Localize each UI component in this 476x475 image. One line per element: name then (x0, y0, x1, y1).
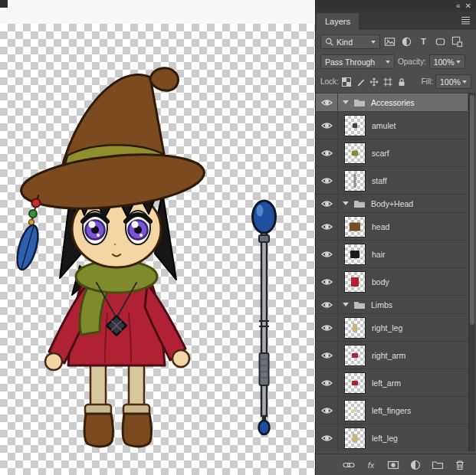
thumbnail-preview (353, 323, 357, 332)
layer-thumbnail[interactable] (345, 116, 365, 136)
expand-collapse-chevron-icon[interactable] (343, 100, 349, 104)
layer-row-head[interactable]: head (316, 213, 468, 241)
filter-pixel-layers-icon[interactable] (382, 34, 397, 49)
chevron-down-icon (386, 61, 390, 64)
fill-value-dropdown[interactable]: 100% (435, 74, 471, 89)
tab-label: Layers (325, 17, 350, 26)
layer-row-right_leg[interactable]: right_leg (316, 314, 468, 342)
layers-panel: « ✕ Layers Kind T (315, 0, 476, 475)
blend-row: Pass Through Opacity: 100% (316, 54, 476, 69)
layer-thumbnail[interactable] (345, 143, 365, 163)
layer-name: hair (372, 250, 386, 259)
layer-row-left_arm[interactable]: left_arm (316, 369, 468, 397)
visibility-toggle[interactable] (316, 195, 338, 212)
svg-text:fx: fx (368, 460, 375, 470)
thumbnail-preview (354, 174, 356, 188)
svg-text:T: T (421, 37, 426, 46)
opacity-label: Opacity: (398, 57, 426, 66)
delete-layer-trash-icon[interactable] (454, 459, 466, 471)
document-canvas[interactable] (0, 24, 315, 475)
layer-name: left_arm (372, 378, 401, 388)
layer-thumbnail[interactable] (345, 318, 365, 338)
scrollbar-thumb[interactable] (470, 95, 474, 325)
layer-thumbnail[interactable] (345, 346, 365, 365)
right-eye (126, 211, 150, 244)
layer-name: right_leg (372, 323, 402, 332)
visibility-toggle[interactable] (316, 112, 338, 139)
panel-menu-icon[interactable] (461, 16, 471, 25)
visibility-toggle[interactable] (316, 213, 338, 240)
visibility-toggle[interactable] (316, 314, 338, 341)
filter-smart-objects-icon[interactable] (449, 34, 465, 49)
visibility-toggle[interactable] (316, 139, 338, 166)
fill-label: Fill: (421, 77, 433, 86)
kind-filter-dropdown[interactable]: Kind (320, 34, 380, 49)
thumbnail-preview (350, 222, 360, 231)
visibility-toggle[interactable] (316, 342, 338, 369)
layer-name: Limbs (371, 300, 392, 310)
visibility-toggle[interactable] (316, 296, 338, 313)
close-panel-icon[interactable]: ✕ (465, 2, 471, 10)
group-row-Limbs[interactable]: Limbs (316, 296, 468, 314)
blend-mode-dropdown[interactable]: Pass Through (320, 54, 395, 69)
expand-collapse-chevron-icon[interactable] (343, 201, 349, 205)
link-layers-icon[interactable] (343, 459, 355, 471)
tab-layers[interactable]: Layers (317, 13, 359, 30)
layer-thumbnail[interactable] (345, 272, 365, 292)
layer-name: head (372, 222, 389, 231)
eye-icon (321, 177, 333, 185)
new-group-folder-icon[interactable] (432, 459, 444, 471)
photoshop-workspace: « ✕ Layers Kind T (0, 0, 476, 475)
visibility-toggle[interactable] (316, 369, 338, 396)
layer-thumbnail[interactable] (345, 428, 365, 448)
layers-scrollbar[interactable] (468, 93, 475, 451)
opacity-value-dropdown[interactable]: 100% (429, 54, 465, 69)
layer-row-scarf[interactable]: scarf (316, 139, 468, 167)
layer-row-amulet[interactable]: amulet (316, 112, 468, 139)
layer-row-left_fingers[interactable]: left_fingers (316, 397, 468, 424)
staff-illustration (253, 201, 276, 434)
collapse-panel-icon[interactable]: « (456, 2, 461, 10)
group-row-Body+Head[interactable]: Body+Head (316, 195, 468, 213)
visibility-toggle[interactable] (316, 397, 338, 424)
eye-icon (321, 407, 333, 414)
layer-thumbnail[interactable] (345, 171, 365, 191)
lock-pixels-brush-icon[interactable] (355, 76, 366, 88)
layer-thumbnail[interactable] (345, 401, 365, 421)
layer-name: staff (372, 176, 387, 185)
layer-thumbnail[interactable] (345, 217, 365, 237)
lock-artboard-icon[interactable] (382, 76, 394, 88)
chevron-down-icon (371, 41, 376, 44)
group-row-Accessories[interactable]: Accessories (316, 93, 468, 112)
layer-row-hair[interactable]: hair (316, 241, 468, 268)
lock-all-padlock-icon[interactable] (396, 76, 408, 88)
layer-thumbnail[interactable] (345, 373, 365, 393)
layer-row-left_leg[interactable]: left_leg (316, 424, 468, 451)
layer-name: body (372, 277, 389, 287)
chevron-down-icon (462, 80, 467, 84)
visibility-toggle[interactable] (316, 241, 338, 267)
filter-adjustment-layers-icon[interactable] (399, 34, 414, 49)
folder-icon (353, 300, 366, 310)
visibility-toggle[interactable] (316, 268, 338, 295)
character (13, 68, 207, 447)
visibility-toggle[interactable] (316, 93, 338, 111)
filter-type-layers-icon[interactable]: T (415, 34, 431, 49)
lock-position-move-icon[interactable] (369, 76, 380, 88)
layer-style-fx-icon[interactable]: fx (365, 459, 377, 471)
visibility-toggle[interactable] (316, 167, 338, 194)
layer-thumbnail[interactable] (345, 244, 365, 264)
visibility-toggle[interactable] (316, 424, 338, 451)
filter-shape-layers-icon[interactable] (432, 34, 448, 49)
thumbnail-preview (353, 409, 357, 412)
lock-transparency-icon[interactable] (341, 76, 353, 88)
layer-name: Body+Head (371, 199, 413, 208)
layer-row-staff[interactable]: staff (316, 167, 468, 195)
add-layer-mask-icon[interactable] (387, 459, 399, 471)
new-adjustment-layer-icon[interactable] (409, 459, 422, 471)
layer-row-right_arm[interactable]: right_arm (316, 342, 468, 369)
eye-icon (321, 352, 333, 359)
layer-name: scarf (372, 149, 389, 158)
layer-row-body[interactable]: body (316, 268, 468, 296)
expand-collapse-chevron-icon[interactable] (343, 303, 349, 306)
